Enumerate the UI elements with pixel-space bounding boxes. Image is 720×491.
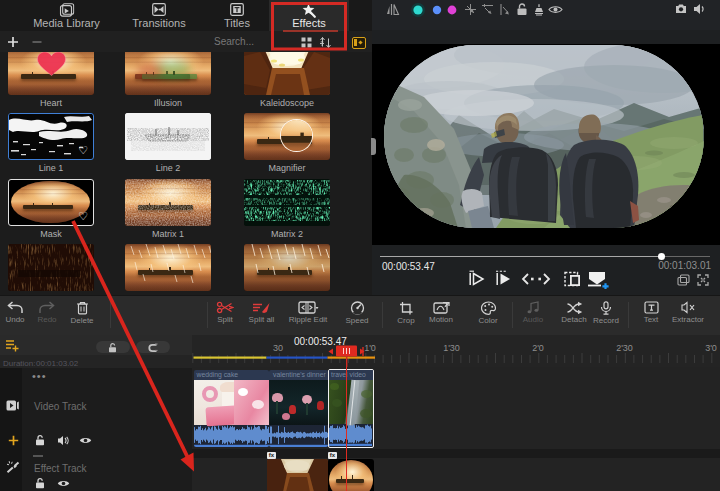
svg-text:30: 30 [273, 343, 283, 353]
svg-text:1'30: 1'30 [443, 343, 460, 353]
svg-text:3'0: 3'0 [705, 343, 717, 353]
svg-text:1'0: 1'0 [364, 343, 376, 353]
svg-text:2'30: 2'30 [616, 343, 633, 353]
svg-text:2'0: 2'0 [532, 343, 544, 353]
